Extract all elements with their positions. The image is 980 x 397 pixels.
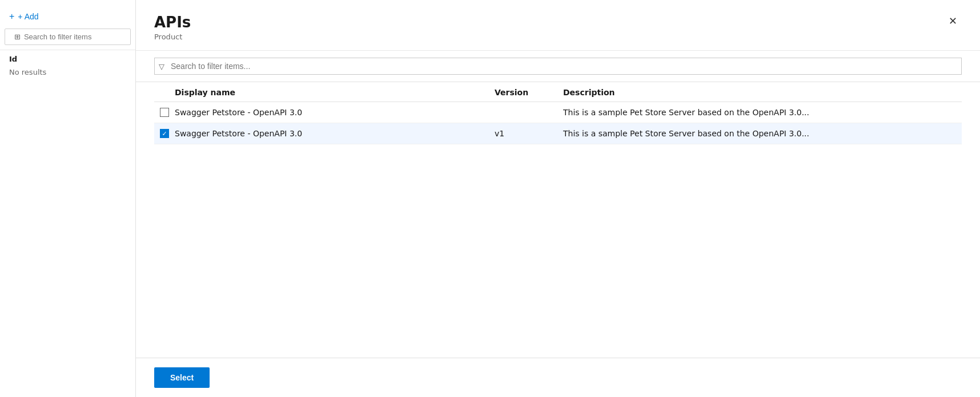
search-wrapper: ▽ [154,58,962,75]
row-2-description: This is a sample Pet Store Server based … [563,129,962,138]
close-button[interactable]: ✕ [944,14,962,29]
sidebar-search-container: ⊞ [5,29,131,45]
row-1-display-name: Swagger Petstore - OpenAPI 3.0 [175,108,495,117]
row-2-display-name: Swagger Petstore - OpenAPI 3.0 [175,129,495,138]
sidebar-search-input[interactable] [24,33,121,41]
row-checkbox-1[interactable] [154,108,175,117]
col-header-display-name: Display name [175,88,495,97]
select-button[interactable]: Select [154,367,210,388]
col-header-description: Description [563,88,962,97]
col-header-checkbox [154,88,175,97]
row-1-description: This is a sample Pet Store Server based … [563,108,962,117]
panel-subtitle: Product [154,33,191,41]
main-search-input[interactable] [154,58,962,75]
row-checkbox-2[interactable]: ✓ [154,129,175,138]
checkbox-checked-icon: ✓ [160,129,169,138]
panel-header: APIs Product ✕ [136,0,980,51]
page-title: APIs [154,14,191,31]
panel-title-group: APIs Product [154,14,191,41]
plus-icon: + [9,11,14,22]
checkbox-unchecked-icon [160,108,169,117]
panel-footer: Select [136,358,980,397]
sidebar-no-results: No results [0,66,135,79]
filter-icon: ⊞ [14,33,21,41]
table-row[interactable]: Swagger Petstore - OpenAPI 3.0 This is a… [154,102,962,123]
api-table: Display name Version Description Swagger… [136,82,980,358]
table-row[interactable]: ✓ Swagger Petstore - OpenAPI 3.0 v1 This… [154,123,962,144]
sidebar-section-id: Id [0,50,135,66]
main-panel: APIs Product ✕ ▽ Display name Version De… [136,0,980,397]
panel-content: ▽ Display name Version Description Swagg… [136,51,980,358]
add-button[interactable]: + + Add [0,7,135,26]
main-search-bar: ▽ [136,51,980,82]
sidebar: + + Add ⊞ Id No results [0,0,136,397]
table-header: Display name Version Description [154,82,962,102]
col-header-version: Version [495,88,563,97]
row-2-version: v1 [495,129,563,138]
add-label: + Add [18,12,38,21]
